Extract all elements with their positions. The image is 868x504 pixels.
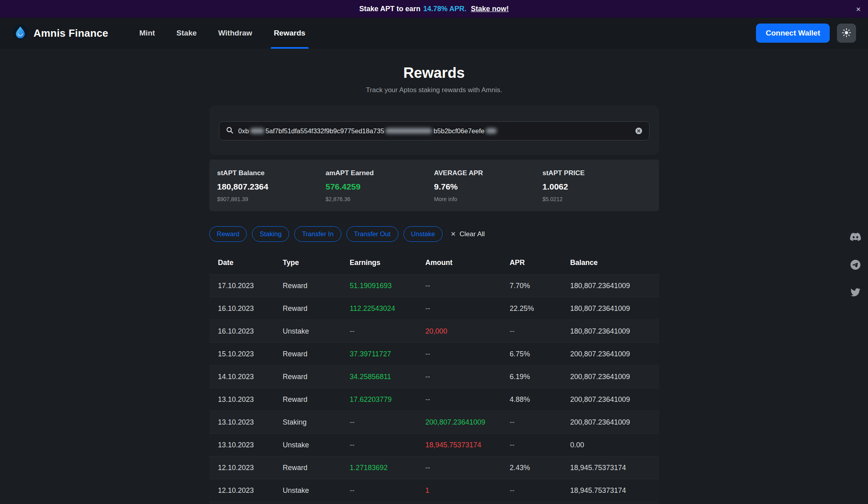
cell-type: Reward [283, 304, 350, 313]
cell-amount: -- [425, 395, 510, 404]
nav-item-rewards[interactable]: Rewards [274, 18, 305, 49]
cell-date: 12.10.2023 [218, 486, 283, 495]
cell-amount: -- [425, 350, 510, 358]
table-body: 17.10.2023Reward51.19091693--7.70%180,80… [209, 274, 659, 502]
cell-earnings: -- [350, 441, 425, 449]
banner-close-icon[interactable]: × [856, 5, 861, 13]
stat-average-apr: AVERAGE APR 9.76% More info [434, 169, 543, 202]
main-nav: Mint Stake Withdraw Rewards [140, 18, 305, 49]
cell-date: 16.10.2023 [218, 327, 283, 336]
clear-all-label: Clear All [460, 230, 485, 238]
cell-earnings: 51.19091693 [350, 282, 425, 290]
cell-earnings: 1.27183692 [350, 464, 425, 472]
filter-chip-staking[interactable]: Staking [252, 226, 289, 242]
cell-balance: 200,807.23641009 [570, 418, 650, 427]
social-rail [850, 231, 861, 297]
stat-label: stAPT Balance [217, 169, 326, 177]
filter-chip-transfer-out[interactable]: Transfer Out [346, 226, 398, 242]
sun-icon [842, 28, 851, 39]
cell-apr: -- [510, 441, 570, 449]
nav-item-withdraw[interactable]: Withdraw [218, 18, 252, 49]
cell-date: 13.10.2023 [218, 395, 283, 404]
filter-chip-transfer-in[interactable]: Transfer In [294, 226, 341, 242]
brand-name: Amnis Finance [33, 27, 108, 40]
cell-apr: -- [510, 327, 570, 336]
cell-apr: 7.70% [510, 282, 570, 290]
cell-apr: 6.75% [510, 350, 570, 358]
stat-label: amAPT Earned [326, 169, 434, 177]
cell-type: Reward [283, 282, 350, 290]
cell-date: 17.10.2023 [218, 282, 283, 290]
cell-type: Reward [283, 350, 350, 358]
cell-amount: -- [425, 304, 510, 313]
stat-value: 1.0062 [543, 182, 651, 192]
cell-apr: 4.88% [510, 395, 570, 404]
cell-balance: 18,945.75373174 [570, 464, 650, 472]
cell-amount: -- [425, 282, 510, 290]
wallet-address-input[interactable]: 0xb 5af7bf51dfa554f332f9b9c9775ed18a735 … [219, 121, 650, 140]
rewards-table: DateTypeEarningsAmountAPRBalance 17.10.2… [209, 251, 659, 504]
amnis-logo-icon [12, 24, 29, 42]
clear-input-icon[interactable] [635, 127, 643, 135]
stat-value: 576.4259 [326, 182, 434, 192]
cell-amount: 1 [425, 486, 510, 495]
cell-apr: -- [510, 486, 570, 495]
banner-apr-text: 14.78% APR. [423, 5, 466, 13]
table-footer: Show 1 - 10 / Total 45 12345 [209, 502, 659, 504]
column-header-earnings: Earnings [350, 259, 425, 267]
cell-type: Unstake [283, 486, 350, 495]
cell-earnings: -- [350, 486, 425, 495]
table-row: 16.10.2023Unstake--20,000--180,807.23641… [209, 320, 659, 342]
cell-date: 13.10.2023 [218, 418, 283, 427]
nav-item-stake[interactable]: Stake [177, 18, 197, 49]
telegram-icon[interactable] [850, 260, 860, 270]
stat-sub-value: $907,881.39 [217, 196, 326, 202]
table-row: 16.10.2023Reward112.22543024--22.25%180,… [209, 297, 659, 320]
cell-earnings: -- [350, 418, 425, 427]
address-segment: 0xb [238, 127, 249, 135]
banner-stake-now-link[interactable]: Stake now! [471, 5, 509, 13]
theme-toggle-button[interactable] [837, 24, 856, 43]
nav-item-mint[interactable]: Mint [140, 18, 155, 49]
filter-chip-reward[interactable]: Reward [209, 226, 247, 242]
rewards-page: Rewards Track your Aptos staking rewards… [209, 65, 659, 504]
cell-amount: 18,945.75373174 [425, 441, 510, 449]
column-header-balance: Balance [570, 259, 650, 267]
address-segment: b5b2bcf06e7eefe [433, 127, 484, 135]
stat-label: AVERAGE APR [434, 169, 543, 177]
connect-wallet-button[interactable]: Connect Wallet [756, 24, 830, 43]
brand[interactable]: Amnis Finance [12, 24, 108, 42]
cell-earnings: -- [350, 327, 425, 336]
twitter-icon[interactable] [850, 287, 860, 297]
cell-amount: -- [425, 373, 510, 381]
more-info-link[interactable]: More info [434, 196, 543, 202]
stat-stapt-balance: stAPT Balance 180,807.2364 $907,881.39 [217, 169, 326, 202]
address-segment: 5af7bf51dfa554f332f9b9c9775ed18a735 [266, 127, 384, 135]
discord-icon[interactable] [850, 231, 861, 242]
cell-amount: 20,000 [425, 327, 510, 336]
cell-earnings: 34.25856811 [350, 373, 425, 381]
cell-balance: 0.00 [570, 441, 650, 449]
page-title: Rewards [209, 65, 659, 81]
cell-balance: 200,807.23641009 [570, 373, 650, 381]
stat-value: 180,807.2364 [217, 182, 326, 192]
clear-all-x-icon: ✕ [451, 230, 456, 238]
redacted-blur [486, 128, 497, 134]
redacted-blur [250, 128, 264, 134]
cell-balance: 18,945.75373174 [570, 486, 650, 495]
clear-all-filters-button[interactable]: ✕ Clear All [451, 230, 485, 238]
promo-banner: Stake APT to earn 14.78% APR. Stake now!… [0, 0, 868, 18]
filter-chip-unstake[interactable]: Unstake [403, 226, 443, 242]
table-row: 13.10.2023Unstake--18,945.75373174--0.00 [209, 433, 659, 456]
cell-apr: 2.43% [510, 464, 570, 472]
filter-bar: RewardStakingTransfer InTransfer OutUnst… [209, 226, 659, 242]
stat-sub-value: $2,876.36 [326, 196, 434, 202]
wallet-address-value: 0xb 5af7bf51dfa554f332f9b9c9775ed18a735 … [238, 127, 498, 135]
search-icon [226, 126, 234, 136]
stat-amapt-earned: amAPT Earned 576.4259 $2,876.36 [326, 169, 434, 202]
table-row: 12.10.2023Reward1.27183692--2.43%18,945.… [209, 456, 659, 479]
filter-chips: RewardStakingTransfer InTransfer OutUnst… [209, 226, 443, 242]
column-header-amount: Amount [425, 259, 510, 267]
cell-earnings: 17.62203779 [350, 395, 425, 404]
page-subtitle: Track your Aptos staking rewards with Am… [209, 86, 659, 94]
